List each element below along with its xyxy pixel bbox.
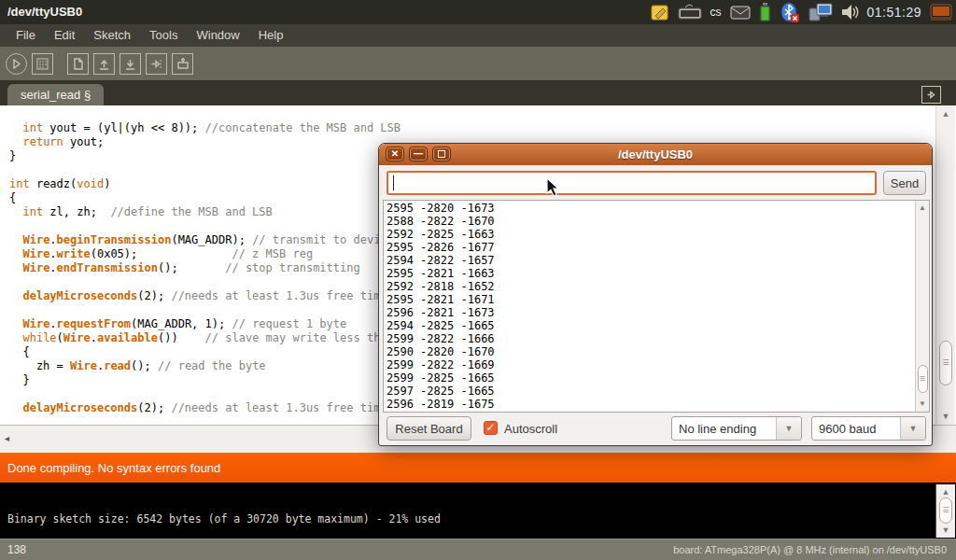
code-area[interactable]: int yout = (yl|(yh << 8)); //concatenate… <box>9 121 401 415</box>
mail-icon[interactable] <box>730 6 751 20</box>
scroll-left-icon[interactable]: ◂ <box>5 433 9 443</box>
serial-output-area[interactable]: 2595 -2820 -1673 2588 -2822 -1670 2592 -… <box>383 200 930 413</box>
autoscroll-checkbox[interactable]: ✓ <box>484 421 498 435</box>
keyboard-layout-icon[interactable] <box>678 4 702 21</box>
serial-monitor-button[interactable] <box>172 53 193 75</box>
verify-button[interactable] <box>6 53 27 75</box>
bluetooth-icon[interactable] <box>780 2 800 23</box>
serial-vertical-scrollbar[interactable]: ▲ ☰ ▼ <box>915 201 929 412</box>
stop-button[interactable] <box>32 53 53 75</box>
serial-monitor-controls: Reset Board ✓ Autoscroll No line ending … <box>379 413 934 445</box>
autoscroll-label: Autoscroll <box>504 422 557 436</box>
system-tray: cs 01:51:29 <box>651 0 953 24</box>
scroll-up-icon[interactable]: ▲ <box>936 109 955 119</box>
editor-scrollbar-thumb[interactable]: ☰ <box>939 341 952 385</box>
serial-scroll-down-icon[interactable]: ▼ <box>916 399 929 409</box>
compile-status-message: Done compiling. No syntax errors found <box>7 461 220 475</box>
console-scroll-down-icon[interactable]: ▼ <box>936 525 955 535</box>
serial-monitor-title: /dev/ttyUSB0 <box>618 147 693 161</box>
board-info: board: ATmega328P(A) @ 8 MHz (internal) … <box>673 544 947 555</box>
window-buttons: ✕ — <box>386 147 451 161</box>
chevron-down-icon[interactable]: ▼ <box>776 417 801 440</box>
session-menu-icon[interactable] <box>930 4 952 21</box>
save-sketch-button[interactable] <box>120 53 141 75</box>
console-vertical-scrollbar[interactable]: ▲ ☰ ▼ <box>935 484 955 538</box>
compile-status-bar: Done compiling. No syntax errors found <box>0 453 956 483</box>
battery-icon[interactable] <box>759 3 771 21</box>
baud-rate-value: 9600 baud <box>812 417 900 440</box>
serial-monitor-window: /dev/ttyUSB0 ✕ — Send 2595 -2820 -1673 2… <box>378 143 933 446</box>
menu-help[interactable]: Help <box>250 26 292 45</box>
serial-scroll-up-icon[interactable]: ▲ <box>916 203 929 213</box>
tab-serial-read[interactable]: serial_read § <box>7 84 104 105</box>
scroll-down-icon[interactable]: ▼ <box>936 412 955 421</box>
menu-sketch[interactable]: Sketch <box>85 26 139 45</box>
status-footer: 138 board: ATmega328P(A) @ 8 MHz (intern… <box>0 539 956 560</box>
chevron-down-icon[interactable]: ▼ <box>900 417 925 440</box>
clock[interactable]: 01:51:29 <box>867 5 922 20</box>
close-button[interactable]: ✕ <box>386 147 404 161</box>
console-output: Binary sketch size: 6542 bytes (of a 307… <box>0 483 956 539</box>
mouse-cursor <box>546 177 561 198</box>
maximize-button[interactable] <box>432 147 451 161</box>
text-caret <box>393 175 394 190</box>
serial-output: 2595 -2820 -1673 2588 -2822 -1670 2592 -… <box>387 202 495 411</box>
line-number-indicator: 138 <box>7 543 26 556</box>
tab-bar: serial_read § <box>0 80 956 105</box>
serial-send-input[interactable] <box>387 171 877 195</box>
upload-button[interactable] <box>146 53 167 75</box>
top-panel: /dev/ttyUSB0 cs 01:51:29 <box>0 0 956 24</box>
editor-vertical-scrollbar[interactable]: ▲ ☰ ▼ <box>935 105 955 425</box>
network-icon[interactable] <box>808 3 833 22</box>
menu-window[interactable]: Window <box>188 26 247 45</box>
console-message: Binary sketch size: 6542 bytes (of a 307… <box>7 512 441 525</box>
open-sketch-button[interactable] <box>93 53 115 75</box>
line-ending-value: No line ending <box>672 417 776 440</box>
panel-window-title: /dev/ttyUSB0 <box>7 5 82 19</box>
new-sketch-button[interactable] <box>67 53 89 75</box>
menu-tools[interactable]: Tools <box>141 26 186 45</box>
serial-scrollbar-thumb[interactable]: ☰ <box>918 365 928 393</box>
console-scroll-up-icon[interactable]: ▲ <box>936 487 955 497</box>
volume-icon[interactable] <box>841 4 859 21</box>
line-ending-dropdown[interactable]: No line ending ▼ <box>671 416 802 441</box>
menu-file[interactable]: File <box>7 26 44 45</box>
reset-board-button[interactable]: Reset Board <box>387 416 471 441</box>
serial-monitor-titlebar[interactable]: /dev/ttyUSB0 <box>379 144 932 165</box>
console-scrollbar-thumb[interactable]: ☰ <box>939 497 952 524</box>
send-button[interactable]: Send <box>883 171 926 195</box>
menu-edit[interactable]: Edit <box>46 26 83 45</box>
toolbar <box>0 47 956 80</box>
minimize-button[interactable]: — <box>409 147 428 161</box>
baud-rate-dropdown[interactable]: 9600 baud ▼ <box>811 416 926 441</box>
keyboard-layout-label[interactable]: cs <box>710 6 722 19</box>
tab-menu-icon[interactable] <box>921 86 941 104</box>
notes-icon[interactable] <box>651 4 669 21</box>
menubar: File Edit Sketch Tools Window Help <box>0 24 956 47</box>
